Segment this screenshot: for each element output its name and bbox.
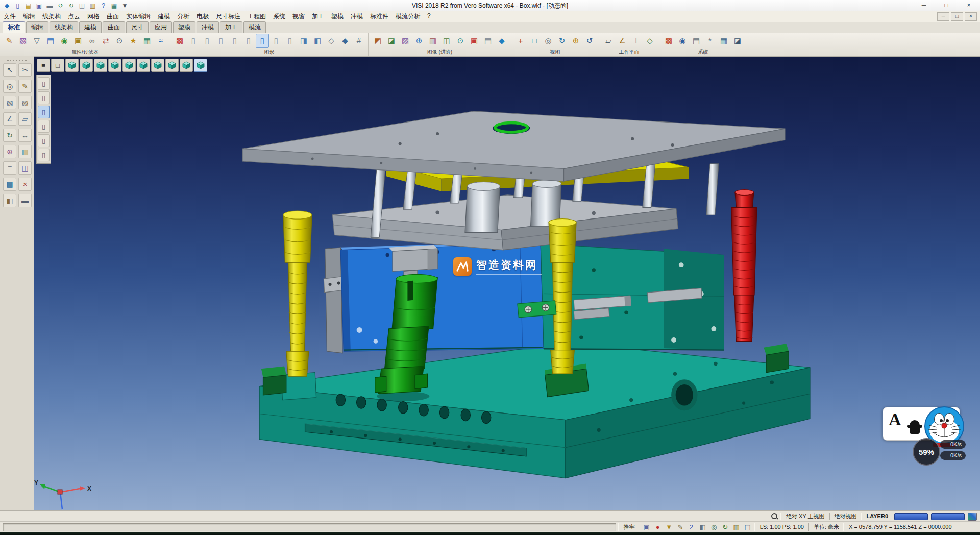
new-doc-icon[interactable]: ▯ (13, 2, 22, 10)
layer-color-bar[interactable] (931, 513, 965, 520)
ribbon-tab[interactable]: 加工 (220, 21, 242, 33)
status-pen-icon[interactable]: ✎ (675, 523, 685, 532)
status-layer[interactable]: LAYER0 (862, 513, 893, 520)
status-layers-icon[interactable]: ▤ (743, 523, 753, 532)
app-icon[interactable]: ◆ (2, 2, 12, 10)
scissors-icon[interactable]: ✂ (18, 63, 32, 77)
visibility-eye-icon[interactable]: ◉ (58, 34, 71, 48)
close-button[interactable]: × (958, 0, 980, 11)
doc-tool-icon[interactable]: ▯ (38, 149, 50, 161)
dropdown-arrow-icon[interactable]: ▼ (120, 2, 130, 10)
status-absolute-view[interactable]: 绝对视图 (829, 513, 862, 520)
menu-item[interactable]: 文件 (0, 12, 19, 21)
workplane-icon[interactable]: ▱ (602, 34, 615, 48)
mirror-tool-icon[interactable]: ◫ (18, 161, 32, 175)
doc-tool-icon[interactable]: ▯ (38, 91, 50, 104)
menu-item[interactable]: 加工 (308, 12, 328, 21)
menu-item[interactable]: 编辑 (19, 12, 39, 21)
panel-grip[interactable] (7, 60, 27, 61)
cube-view-icon[interactable] (180, 59, 193, 72)
cube-view-icon[interactable] (94, 59, 107, 72)
undo-icon[interactable]: ↺ (56, 2, 65, 10)
cube-view-icon[interactable] (65, 59, 79, 72)
status-two-icon[interactable]: 2 (687, 523, 697, 532)
ribbon-tab[interactable]: 应用 (150, 21, 172, 33)
ribbon-tab[interactable]: 曲面 (103, 21, 125, 33)
ribbon-tab[interactable]: 标准 (3, 21, 25, 33)
erase-tool-icon[interactable]: ▨ (18, 96, 32, 109)
status-box-icon[interactable]: ◧ (698, 523, 708, 532)
color-palette-icon[interactable]: ▩ (173, 34, 186, 48)
pointer-icon[interactable]: ↖ (3, 63, 16, 77)
status-refresh-icon[interactable]: ↻ (720, 523, 730, 532)
system-slope-icon[interactable]: ◪ (731, 34, 744, 48)
copy-icon[interactable]: ◫ (77, 2, 87, 10)
system-table-icon[interactable]: ▦ (717, 34, 730, 48)
workplane-angle-icon[interactable]: ∠ (616, 34, 629, 48)
view-single-icon[interactable]: □ (51, 59, 64, 72)
image-adv-icon[interactable]: ⊙ (454, 34, 467, 48)
attr-brush-icon[interactable]: ▧ (16, 34, 30, 48)
cube-view-icon[interactable] (80, 59, 93, 72)
doc-tool-icon[interactable]: ▯ (38, 134, 50, 147)
menu-item[interactable]: 分析 (174, 12, 193, 21)
ribbon-tab[interactable]: 尺寸 (126, 21, 149, 33)
star-mark-icon[interactable]: ★ (127, 34, 140, 48)
paste-icon[interactable]: ▥ (88, 2, 97, 10)
plane-tool-icon[interactable]: ▱ (18, 112, 32, 126)
display-pane-icon[interactable]: ▯ (214, 34, 228, 48)
open-folder-icon[interactable]: ▤ (23, 2, 33, 10)
doc-tool-icon[interactable]: ▯ (38, 120, 50, 133)
delete-tool-icon[interactable]: × (18, 178, 32, 191)
image-adv-icon[interactable]: ⊕ (412, 34, 426, 48)
mdi-window-button[interactable]: □ (951, 12, 963, 21)
rotate-tool-icon[interactable]: ↻ (3, 129, 16, 142)
display-pane-icon[interactable]: ▯ (283, 34, 297, 48)
system-globe-icon[interactable]: ◉ (676, 34, 689, 48)
system-monitor-icon[interactable]: ▤ (690, 34, 703, 48)
image-adv-icon[interactable]: ◆ (495, 34, 508, 48)
snap-tool-icon[interactable]: ⊕ (3, 145, 16, 158)
cube-view-icon[interactable] (137, 59, 150, 72)
rotate-view-icon[interactable]: ↻ (555, 34, 569, 48)
minimize-button[interactable]: ─ (913, 0, 935, 11)
image-adv-icon[interactable]: ◩ (371, 34, 384, 48)
move-tool-icon[interactable]: ↔ (18, 129, 32, 142)
layers-tool-icon[interactable]: ▤ (3, 178, 16, 191)
grid-tool-icon[interactable]: ▦ (18, 145, 32, 158)
wireframe-icon[interactable]: ◇ (325, 34, 338, 48)
mask-tool-icon[interactable]: ▧ (3, 96, 16, 109)
menu-item[interactable]: 网格 (84, 12, 103, 21)
zoom-fit-icon[interactable]: □ (528, 34, 541, 48)
message-field[interactable] (3, 523, 616, 531)
view-menu-icon[interactable]: ≡ (37, 59, 50, 72)
gear-icon[interactable]: ⊙ (113, 34, 126, 48)
status-record-icon[interactable]: ● (653, 523, 663, 532)
ribbon-tab[interactable]: 冲模 (197, 21, 219, 33)
menu-item[interactable]: 标准件 (366, 12, 392, 21)
shaded-icon[interactable]: ◆ (338, 34, 352, 48)
zoom-in-icon[interactable]: ⊕ (569, 34, 582, 48)
link-icon[interactable]: ∞ (85, 34, 99, 48)
status-grid-icon[interactable]: ▦ (731, 523, 742, 532)
menu-item[interactable]: 系统 (270, 12, 289, 21)
status-flag-icon[interactable]: ▼ (664, 523, 674, 532)
menu-item[interactable]: 点云 (64, 12, 84, 21)
previous-view-icon[interactable]: ↺ (583, 34, 596, 48)
ribbon-tab[interactable]: 建模 (79, 21, 102, 33)
display-pane-icon[interactable]: ▯ (270, 34, 283, 48)
menu-item[interactable]: 尺寸标注 (212, 12, 244, 21)
pencil-tool-icon[interactable]: ✎ (18, 80, 32, 93)
grid-display-icon[interactable]: # (352, 34, 365, 48)
pan-view-icon[interactable]: + (514, 34, 527, 48)
snap-lock-toggle[interactable]: 拴牢 (619, 523, 640, 531)
menu-item[interactable]: 曲面 (103, 12, 122, 21)
layer-color-bar[interactable] (894, 513, 928, 520)
cube-shaded-icon[interactable] (194, 59, 207, 72)
render-half-icon[interactable]: ◨ (297, 34, 310, 48)
zoom-tool-icon[interactable]: ◎ (3, 80, 16, 93)
menu-item[interactable]: 冲模 (347, 12, 366, 21)
menu-item[interactable]: 电极 (193, 12, 212, 21)
menu-item[interactable]: ? (424, 12, 434, 21)
workplane-3d-icon[interactable]: ◇ (643, 34, 656, 48)
